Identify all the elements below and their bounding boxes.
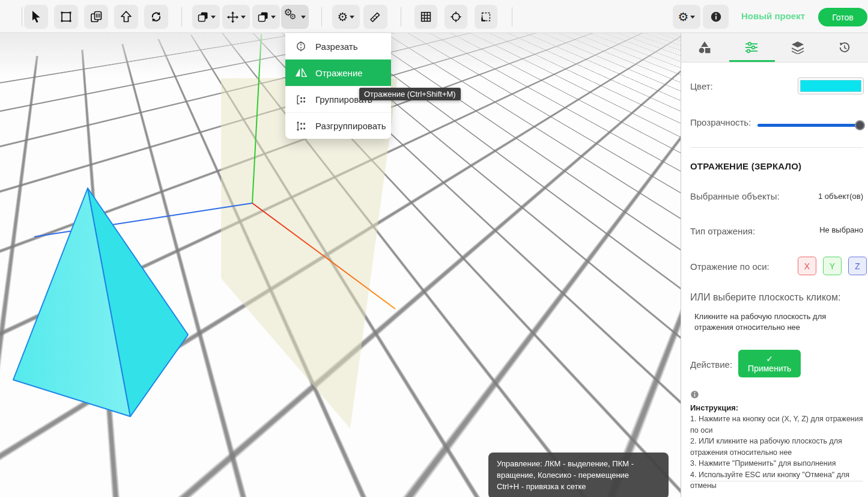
ungroup-icon — [294, 120, 308, 132]
transparency-slider[interactable] — [757, 120, 864, 130]
raise-tool-button[interactable] — [114, 5, 138, 29]
settings-gear-icon: ⚙ — [338, 11, 348, 23]
apply-button[interactable]: ✓ Применить — [738, 350, 801, 377]
target-center-button[interactable] — [445, 5, 467, 29]
plane-heading: ИЛИ выберите плоскость кликом: — [690, 292, 840, 303]
chevron-down-icon — [301, 16, 306, 19]
tab-history[interactable] — [821, 33, 868, 62]
color-label: Цвет: — [690, 81, 713, 91]
axis-y-button[interactable]: Y — [823, 257, 842, 275]
move-icon — [226, 11, 239, 23]
select-tool-button[interactable] — [24, 5, 48, 29]
toolbar: ⚙⚙ ⚙ — [0, 0, 868, 33]
measure-tool-button[interactable] — [363, 5, 387, 29]
menu-item-label: Разгруппировать — [315, 121, 386, 131]
controls-tooltip-line2: Ctrl+H - привязка к сетке — [497, 482, 586, 491]
group-icon — [294, 94, 308, 106]
axis-x-button[interactable]: X — [798, 257, 816, 275]
color-swatch-value — [800, 80, 861, 92]
view-settings-button[interactable]: ⚙ — [673, 5, 700, 29]
chevron-down-icon — [211, 16, 216, 19]
operations-gears-icon: ⚙⚙ — [285, 10, 299, 24]
apply-button-label: Применить — [748, 364, 791, 373]
copy-menu-button[interactable] — [192, 5, 220, 29]
snap-bounds-button[interactable] — [475, 5, 497, 29]
marquee-select-button[interactable] — [54, 5, 78, 29]
instruction-block: Инструкция: 1. Нажмите на кнопку оси (X,… — [690, 390, 863, 492]
cursor-icon — [29, 10, 43, 24]
panel-tabbar — [681, 33, 868, 63]
controls-tooltip-line1: Управление: ЛКМ - выделение, ПКМ - враще… — [497, 459, 634, 480]
info-circle-icon — [690, 390, 863, 401]
operations-dropdown-menu: Разрезать Отражение Группировать — [285, 33, 391, 139]
menu-item-mirror[interactable]: Отражение — [285, 59, 391, 86]
toolbar-divider — [401, 7, 401, 26]
move-menu-button[interactable] — [222, 5, 250, 29]
operations-menu-button[interactable]: ⚙⚙ — [281, 5, 309, 29]
plane-hint: Кликните на рабочую плоскость для отраже… — [694, 311, 864, 332]
toolbar-divider — [181, 7, 182, 26]
instruction-title: Инструкция: — [690, 403, 863, 412]
menu-item-ungroup[interactable]: Разгруппировать — [285, 112, 391, 139]
layers-icon — [791, 41, 805, 54]
toolbar-divider — [512, 7, 512, 26]
section-title: ОТРАЖЕНИЕ (ЗЕРКАЛО) — [690, 161, 801, 171]
info-icon — [709, 10, 723, 23]
rotate-tool-button[interactable] — [144, 5, 168, 29]
grid-toggle-button[interactable] — [414, 5, 437, 29]
tab-layers[interactable] — [775, 33, 822, 62]
chevron-down-icon — [241, 16, 246, 19]
instruction-step: 3. Нажмите "Применить" для выполнения — [690, 458, 863, 469]
menu-item-cut[interactable]: Разрезать — [285, 33, 391, 59]
done-button[interactable]: Готов — [818, 8, 867, 26]
refresh-icon — [149, 10, 163, 24]
grid-icon — [419, 10, 432, 23]
active-tab-indicator — [729, 60, 775, 62]
tab-shapes[interactable] — [681, 33, 728, 62]
snap-icon — [479, 10, 493, 23]
mirror-shortcut-tooltip: Отражение (Ctrl+Shift+M) — [359, 88, 461, 100]
color-swatch-input[interactable] — [798, 78, 864, 94]
menu-item-label: Разрезать — [315, 41, 358, 52]
mirror-type-label: Тип отражения: — [690, 226, 755, 236]
view-settings-gear-icon: ⚙ — [678, 11, 689, 23]
axis-z-button[interactable]: Z — [848, 257, 867, 275]
divider — [690, 147, 863, 148]
check-icon: ✓ — [766, 355, 773, 363]
instruction-step: 4. Используйте ESC или кнопку "Отмена" д… — [690, 469, 863, 492]
adjust-icon — [744, 41, 759, 54]
combine-icon — [89, 10, 103, 24]
selected-objects-label: Выбранные объекты: — [690, 191, 780, 201]
chevron-down-icon — [271, 16, 276, 19]
divider — [690, 481, 863, 481]
instruction-step: 1. Нажмите на кнопку оси (X, Y, Z) для о… — [690, 413, 863, 436]
slider-handle[interactable] — [855, 120, 865, 130]
settings-menu-button[interactable]: ⚙ — [332, 5, 360, 29]
measure-icon — [368, 10, 383, 24]
copy-icon — [197, 11, 209, 23]
action-label: Действие: — [690, 359, 732, 370]
toolbar-divider — [22, 7, 22, 26]
selected-objects-value: 1 объект(ов) — [818, 192, 863, 201]
instruction-step: 2. ИЛИ кликните на рабочую плоскость для… — [690, 436, 863, 458]
target-icon — [449, 10, 463, 23]
chevron-down-icon — [690, 16, 695, 19]
info-button[interactable] — [703, 5, 729, 29]
combine-tool-button[interactable] — [84, 5, 108, 29]
slider-track — [757, 124, 864, 127]
toolbar-divider — [321, 7, 322, 26]
tab-adjust[interactable] — [728, 33, 775, 62]
mirror-type-value: Не выбрано — [819, 225, 863, 234]
shapes-icon — [697, 41, 712, 54]
controls-tooltip: Управление: ЛКМ - выделение, ПКМ - враще… — [488, 453, 669, 497]
project-title: Новый проект — [740, 11, 806, 21]
transparency-label: Прозрачность: — [690, 117, 751, 127]
marquee-icon — [59, 10, 73, 24]
duplicate-menu-button[interactable] — [252, 5, 280, 29]
cut-icon — [294, 40, 308, 52]
mirror-axis-label: Отражение по оси: — [690, 261, 769, 272]
duplicate-icon — [257, 11, 269, 23]
arrow-up-icon — [119, 10, 133, 24]
chevron-down-icon — [350, 16, 354, 19]
menu-item-label: Отражение — [315, 68, 363, 78]
